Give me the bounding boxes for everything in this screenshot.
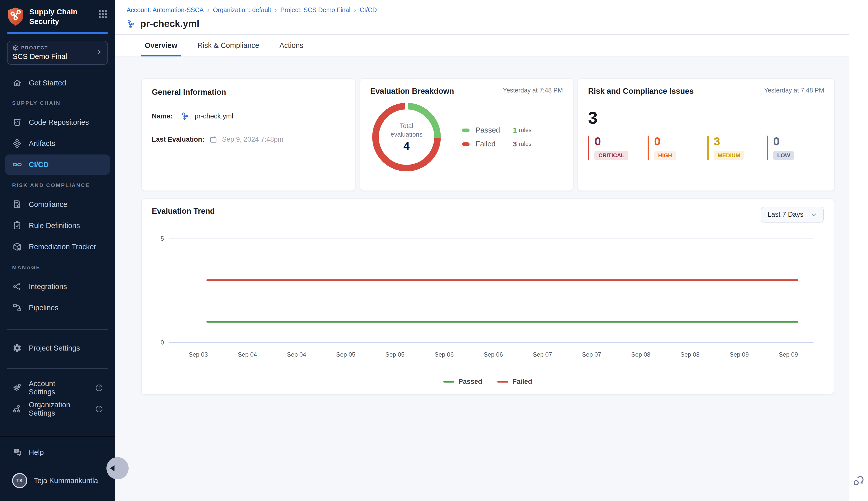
low-count: 0 [773, 136, 794, 147]
svg-text:Sep 07: Sep 07 [533, 351, 552, 358]
info-icon[interactable] [95, 384, 103, 392]
sidebar-item-pipelines[interactable]: Pipelines [5, 298, 110, 318]
chat-bubbles-icon[interactable] [853, 475, 866, 490]
donut-center-value: 4 [404, 140, 409, 152]
passed-unit: rules [519, 127, 532, 134]
sidebar-item-compliance[interactable]: Compliance [5, 194, 110, 214]
user-menu[interactable]: TK Teja Kummarikuntla [5, 470, 110, 491]
page-header: Account: Automation-SSCA Organization: d… [115, 0, 849, 34]
sidebar-accent-divider [7, 32, 108, 34]
time-range-dropdown[interactable]: Last 7 Days [761, 207, 824, 223]
sidebar-item-label: Compliance [29, 200, 67, 209]
tab-actions[interactable]: Actions [275, 35, 307, 56]
supply-chain-security-logo-icon [7, 7, 24, 26]
time-range-value: Last 7 Days [767, 211, 803, 218]
nav-section-manage: MANAGE [5, 264, 110, 270]
breadcrumb-account-link[interactable]: Account: Automation-SSCA [127, 6, 213, 14]
calendar-icon [210, 136, 217, 143]
sidebar-item-label: Get Started [29, 79, 66, 87]
sidebar-item-label: Artifacts [29, 139, 55, 148]
gear-icon [12, 343, 22, 353]
sidebar-item-label: Account Settings [29, 380, 82, 396]
severity-row: 0 CRITICAL 0 HIGH [588, 136, 824, 160]
right-rail [849, 0, 868, 501]
sidebar-item-code-repositories[interactable]: </> Code Repositories [5, 112, 110, 132]
evaluation-trend-card: Evaluation Trend Last 7 Days 50Sep 03Sep… [141, 198, 834, 395]
pipeline-icon [127, 19, 136, 29]
svg-text:5: 5 [161, 235, 164, 242]
failed-line-marker-icon [497, 381, 509, 383]
breadcrumb-project-link[interactable]: Project: SCS Demo Final [280, 6, 360, 14]
total-issues-count: 3 [588, 108, 824, 128]
module-grid-icon[interactable] [98, 9, 108, 21]
project-name: SCS Demo Final [13, 52, 95, 61]
project-selector[interactable]: PROJECT SCS Demo Final [7, 41, 108, 65]
svg-text:?: ? [15, 449, 18, 452]
artifacts-icon [12, 138, 22, 148]
name-label: Name: [152, 113, 176, 120]
evaluation-breakdown-card: Evaluation Breakdown Yesterday at 7:48 P… [359, 78, 574, 191]
critical-badge: CRITICAL [594, 151, 628, 160]
sidebar-item-account-settings[interactable]: Account Settings [5, 378, 110, 398]
sidebar-item-cicd[interactable]: CI/CD [5, 154, 110, 175]
sidebar-nav: Get Started SUPPLY CHAIN </> Code Reposi… [0, 65, 115, 501]
passed-marker-icon [462, 129, 470, 132]
info-icon[interactable] [95, 405, 103, 413]
sidebar-item-integrations[interactable]: Integrations [5, 276, 110, 297]
sidebar-item-project-settings[interactable]: Project Settings [5, 338, 110, 358]
card-timestamp: Yesterday at 7:48 PM [764, 87, 824, 94]
failed-label: Failed [475, 140, 513, 148]
pipelines-icon [12, 303, 22, 313]
severity-bar [707, 136, 709, 160]
svg-text:Sep 09: Sep 09 [779, 351, 798, 358]
nav-section-supply-chain: SUPPLY CHAIN [5, 100, 110, 106]
passed-count: 1 [513, 126, 517, 134]
medium-count: 3 [714, 136, 744, 147]
cicd-infinity-icon [12, 160, 22, 170]
severity-bar [648, 136, 649, 160]
svg-text:Sep 08: Sep 08 [631, 351, 650, 358]
sidebar-collapse-handle[interactable] [106, 457, 129, 479]
sidebar-header: Supply Chain Security [0, 0, 115, 31]
evaluation-donut-chart: Total evaluations 4 [372, 103, 441, 171]
page-title: pr-check.yml [140, 18, 199, 29]
tab-overview[interactable]: Overview [141, 35, 181, 56]
sidebar-item-get-started[interactable]: Get Started [5, 73, 110, 93]
critical-count: 0 [594, 136, 628, 147]
svg-text:Sep 07: Sep 07 [582, 351, 601, 358]
sidebar-item-remediation-tracker[interactable]: Remediation Tracker [5, 237, 110, 257]
sidebar-item-rule-definitions[interactable]: Rule Definitions [5, 215, 110, 236]
help-chat-icon: ? [12, 447, 22, 457]
sidebar-item-organization-settings[interactable]: Organization Settings [5, 399, 110, 419]
breadcrumb-cicd-link[interactable]: CI/CD [359, 6, 377, 14]
sidebar-item-help[interactable]: ? Help [5, 442, 110, 462]
svg-text:Sep 03: Sep 03 [189, 351, 208, 358]
card-title: Evaluation Trend [152, 207, 215, 216]
svg-text:Sep 06: Sep 06 [435, 351, 454, 358]
severity-low: 0 LOW [767, 136, 807, 160]
compliance-icon [12, 199, 22, 210]
sidebar-item-label: Organization Settings [29, 401, 82, 417]
breadcrumb-organization-link[interactable]: Organization: default [213, 6, 280, 14]
tab-bar: Overview Risk & Compliance Actions [115, 34, 849, 56]
chevron-down-icon [811, 211, 817, 218]
organization-settings-icon [12, 404, 22, 414]
svg-text:Sep 06: Sep 06 [484, 351, 503, 358]
svg-text:Sep 08: Sep 08 [680, 351, 700, 358]
severity-medium: 3 MEDIUM [707, 136, 747, 160]
sidebar-item-label: Project Settings [29, 344, 80, 352]
sidebar-item-artifacts[interactable]: Artifacts [5, 133, 110, 153]
page-content: General Information Name: pr-check.yml [115, 56, 849, 501]
trend-legend: Passed Failed [152, 378, 824, 386]
sidebar-item-label: Code Repositories [29, 118, 89, 127]
project-label: PROJECT [21, 45, 48, 51]
tab-risk-and-compliance[interactable]: Risk & Compliance [194, 35, 263, 56]
pipeline-icon [181, 112, 190, 120]
sidebar: Supply Chain Security PROJECT [0, 0, 115, 501]
app-window: Supply Chain Security PROJECT [0, 0, 868, 501]
trend-legend-failed: Failed [512, 378, 532, 386]
high-count: 0 [654, 136, 676, 147]
sidebar-divider [7, 329, 108, 330]
svg-text:0: 0 [161, 339, 164, 346]
card-title: Risk and Compliance Issues [588, 87, 694, 96]
